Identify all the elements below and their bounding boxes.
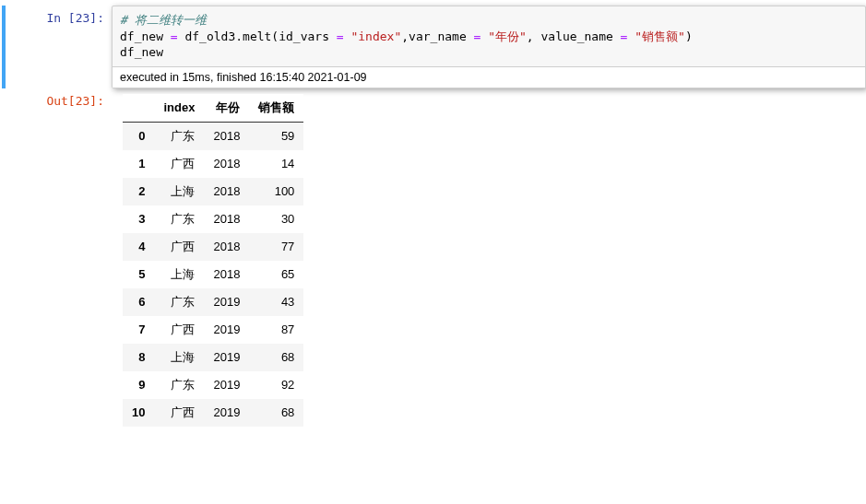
table-row: 0广东201859 xyxy=(123,122,303,150)
cell-index: 上海 xyxy=(154,178,204,205)
row-index: 9 xyxy=(123,371,154,399)
cell-year: 2019 xyxy=(204,399,249,427)
table-row: 9广东201992 xyxy=(123,371,303,399)
table-header-blank xyxy=(123,94,154,123)
cell-index: 广东 xyxy=(154,205,204,233)
cell-sales: 100 xyxy=(249,178,303,205)
cell-year: 2018 xyxy=(204,205,249,233)
cell-sales: 14 xyxy=(249,150,303,178)
cell-index: 上海 xyxy=(154,261,204,288)
row-index: 10 xyxy=(123,399,154,427)
cell-index: 广西 xyxy=(154,233,204,261)
cell-year: 2018 xyxy=(204,178,249,205)
table-row: 10广西201968 xyxy=(123,399,303,427)
table-row: 4广西201877 xyxy=(123,233,303,261)
cell-sales: 92 xyxy=(249,371,303,399)
table-row: 6广东201943 xyxy=(123,288,303,316)
code-comment: # 将二维转一维 xyxy=(120,13,207,27)
row-index: 8 xyxy=(123,344,154,371)
cell-year: 2018 xyxy=(204,150,249,178)
code-content: # 将二维转一维 df_new = df_old3.melt(id_vars =… xyxy=(113,6,865,66)
output-prompt: Out[23]: xyxy=(6,88,112,111)
cell-sales: 68 xyxy=(249,399,303,427)
cell-sales: 59 xyxy=(249,122,303,150)
cell-year: 2018 xyxy=(204,233,249,261)
table-header-sales: 销售额 xyxy=(249,94,303,123)
input-prompt: In [23]: xyxy=(6,6,112,88)
cell-sales: 30 xyxy=(249,205,303,233)
table-header-index: index xyxy=(154,94,204,123)
row-index: 3 xyxy=(123,205,154,233)
row-index: 5 xyxy=(123,261,154,288)
cell-year: 2019 xyxy=(204,344,249,371)
row-index: 4 xyxy=(123,233,154,261)
table-header-row: index 年份 销售额 xyxy=(123,94,303,123)
cell-sales: 43 xyxy=(249,288,303,316)
row-index: 2 xyxy=(123,178,154,205)
cell-sales: 68 xyxy=(249,344,303,371)
table-row: 2上海2018100 xyxy=(123,178,303,205)
output-area: index 年份 销售额 0广东201859 1广西201814 2上海2018… xyxy=(112,88,303,427)
cell-index: 上海 xyxy=(154,344,204,371)
cell-year: 2018 xyxy=(204,122,249,150)
cell-index: 广东 xyxy=(154,122,204,150)
cell-year: 2019 xyxy=(204,316,249,344)
dataframe-table: index 年份 销售额 0广东201859 1广西201814 2上海2018… xyxy=(123,94,303,427)
row-index: 0 xyxy=(123,122,154,150)
table-row: 3广东201830 xyxy=(123,205,303,233)
cell-index: 广西 xyxy=(154,399,204,427)
cell-year: 2019 xyxy=(204,371,249,399)
table-row: 1广西201814 xyxy=(123,150,303,178)
code-line-3: df_new xyxy=(120,45,163,59)
code-cell[interactable]: # 将二维转一维 df_new = df_old3.melt(id_vars =… xyxy=(112,6,866,88)
execution-info: executed in 15ms, finished 16:15:40 2021… xyxy=(113,66,865,88)
table-row: 5上海201865 xyxy=(123,261,303,288)
cell-index: 广西 xyxy=(154,316,204,344)
cell-year: 2018 xyxy=(204,261,249,288)
cell-year: 2019 xyxy=(204,288,249,316)
cell-sales: 65 xyxy=(249,261,303,288)
cell-sales: 87 xyxy=(249,316,303,344)
code-line-2: df_new = df_old3.melt(id_vars = "index",… xyxy=(120,29,693,43)
cell-index: 广东 xyxy=(154,371,204,399)
cell-index: 广西 xyxy=(154,150,204,178)
cell-sales: 77 xyxy=(249,233,303,261)
table-row: 8上海201968 xyxy=(123,344,303,371)
table-row: 7广西201987 xyxy=(123,316,303,344)
row-index: 1 xyxy=(123,150,154,178)
row-index: 6 xyxy=(123,288,154,316)
row-index: 7 xyxy=(123,316,154,344)
cell-index: 广东 xyxy=(154,288,204,316)
table-header-year: 年份 xyxy=(204,94,249,123)
